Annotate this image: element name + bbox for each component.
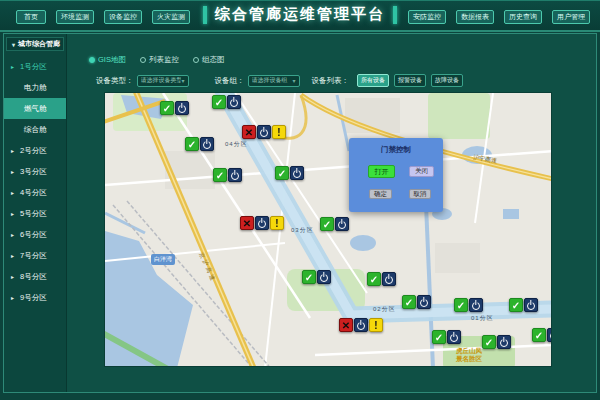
power-icon <box>200 137 214 151</box>
header-left-buttons: 首页环境监测设备监控火灾监测 <box>16 10 190 24</box>
sidebar-item[interactable]: ▸6号分区 <box>4 224 66 245</box>
sidebar-item[interactable]: ▸9号分区 <box>4 287 66 308</box>
sidebar-item[interactable]: ▸8号分区 <box>4 266 66 287</box>
power-icon <box>497 335 511 349</box>
power-icon <box>175 101 189 115</box>
device-type-select[interactable]: 请选择设备类型 ▾ <box>137 75 189 87</box>
power-icon <box>335 217 349 231</box>
view-mode-label: 组态图 <box>202 55 225 65</box>
chevron-right-icon: ▸ <box>11 273 14 280</box>
nav-button[interactable]: 用户管理 <box>552 10 590 24</box>
app-title-wrap: 综合管廊运维管理平台 <box>203 5 397 24</box>
device-marker-alarm[interactable]: ✕! <box>339 318 383 332</box>
fault-x-icon: ✕ <box>242 125 256 139</box>
sidebar-item-label: 电力舱 <box>24 83 47 93</box>
sidebar-item[interactable]: ▸4号分区 <box>4 182 66 203</box>
sidebar-item-label: 5号分区 <box>20 209 47 219</box>
check-icon: ✓ <box>212 95 226 109</box>
nav-button[interactable]: 火灾监测 <box>152 10 190 24</box>
check-icon: ✓ <box>302 270 316 284</box>
sidebar-item[interactable]: 综合舱 <box>4 119 66 140</box>
device-marker-ok[interactable]: ✓ <box>302 270 331 284</box>
confirm-button[interactable]: 确定 <box>369 189 392 199</box>
main-area: GIS地图列表监控组态图 设备类型： 请选择设备类型 ▾ 设备组： 请选择设备组… <box>68 34 596 392</box>
device-type-label: 设备类型： <box>96 76 134 86</box>
device-marker-alarm[interactable]: ✕! <box>242 125 286 139</box>
view-mode-label: GIS地图 <box>98 55 126 65</box>
view-mode-switch: GIS地图列表监控组态图 <box>89 55 224 65</box>
chevron-down-icon: ▾ <box>181 77 184 84</box>
sidebar-root-node[interactable]: ▾ 城市综合管廊 <box>6 37 64 51</box>
view-mode-radio[interactable]: 组态图 <box>193 55 225 65</box>
device-list-label: 设备列表： <box>312 76 350 86</box>
device-marker-ok[interactable]: ✓ <box>482 335 511 349</box>
power-icon <box>417 295 431 309</box>
sidebar-item[interactable]: 电力舱 <box>4 77 66 98</box>
map-zone-label: 01分区 <box>471 314 494 323</box>
sidebar-item-label: 4号分区 <box>20 188 47 198</box>
alarm-icon: ! <box>270 216 284 230</box>
device-marker-ok[interactable]: ✓ <box>532 328 552 342</box>
device-marker-ok[interactable]: ✓ <box>432 330 461 344</box>
alarm-icon: ! <box>272 125 286 139</box>
device-filter-button[interactable]: 故障设备 <box>431 74 463 87</box>
page-title: 综合管廊运维管理平台 <box>215 5 385 24</box>
power-icon <box>227 95 241 109</box>
dialog-title: 门禁控制 <box>349 145 443 155</box>
device-marker-ok[interactable]: ✓ <box>402 295 431 309</box>
gis-map[interactable]: 白洋湾 虎丘山风景名胜区 沪宁高速 京沪高速 ✓✓✕!✓✓✓✕!✓✓✓✓✓✓✕!… <box>104 92 552 367</box>
sidebar-item-label: 6号分区 <box>20 230 47 240</box>
device-group-label: 设备组： <box>215 76 245 86</box>
sidebar-item[interactable]: 燃气舱 <box>4 98 66 119</box>
sidebar-item[interactable]: ▸5号分区 <box>4 203 66 224</box>
nav-button[interactable]: 安防监控 <box>408 10 446 24</box>
header-right-buttons: 安防监控数据报表历史查询用户管理 <box>408 10 590 24</box>
device-marker-ok[interactable]: ✓ <box>185 137 214 151</box>
device-marker-ok[interactable]: ✓ <box>213 168 242 182</box>
chevron-right-icon: ▸ <box>11 210 14 217</box>
view-mode-radio[interactable]: GIS地图 <box>89 55 126 65</box>
cancel-button[interactable]: 取消 <box>409 189 431 199</box>
power-icon <box>255 216 269 230</box>
nav-button[interactable]: 环境监测 <box>56 10 94 24</box>
check-icon: ✓ <box>454 298 468 312</box>
device-marker-ok[interactable]: ✓ <box>367 272 396 286</box>
device-marker-alarm[interactable]: ✕! <box>240 216 284 230</box>
view-mode-label: 列表监控 <box>149 55 179 65</box>
nav-button[interactable]: 数据报表 <box>456 10 494 24</box>
device-filter-button[interactable]: 所有设备 <box>357 74 389 87</box>
map-place-label: 虎丘山风景名胜区 <box>453 347 485 363</box>
radio-icon <box>140 57 146 63</box>
nav-button[interactable]: 首页 <box>16 10 46 24</box>
sidebar-item[interactable]: ▸2号分区 <box>4 140 66 161</box>
device-marker-ok[interactable]: ✓ <box>509 298 538 312</box>
close-button[interactable]: 关闭 <box>409 166 434 177</box>
fault-x-icon: ✕ <box>240 216 254 230</box>
sidebar-item[interactable]: ▸7号分区 <box>4 245 66 266</box>
map-zone-label: 03分区 <box>291 226 314 235</box>
device-group-select[interactable]: 请选择设备组 ▾ <box>248 75 300 87</box>
sidebar-item-label: 2号分区 <box>20 146 47 156</box>
sidebar-item[interactable]: ▸3号分区 <box>4 161 66 182</box>
radio-icon <box>89 57 95 63</box>
nav-button[interactable]: 历史查询 <box>504 10 542 24</box>
device-group-value: 请选择设备组 <box>252 76 288 85</box>
device-marker-ok[interactable]: ✓ <box>160 101 189 115</box>
chevron-right-icon: ▸ <box>11 252 14 259</box>
open-button[interactable]: 打开 <box>368 165 395 178</box>
check-icon: ✓ <box>509 298 523 312</box>
fault-x-icon: ✕ <box>339 318 353 332</box>
map-place-label: 白洋湾 <box>151 254 175 265</box>
device-filter-button[interactable]: 报警设备 <box>394 74 426 87</box>
sidebar-item[interactable]: ▸1号分区 <box>4 56 66 77</box>
check-icon: ✓ <box>160 101 174 115</box>
sidebar: ▾ 城市综合管廊 ▸1号分区电力舱燃气舱综合舱▸2号分区▸3号分区▸4号分区▸5… <box>4 34 67 392</box>
view-mode-radio[interactable]: 列表监控 <box>140 55 179 65</box>
nav-button[interactable]: 设备监控 <box>104 10 142 24</box>
device-marker-ok[interactable]: ✓ <box>275 166 304 180</box>
device-marker-ok[interactable]: ✓ <box>212 95 241 109</box>
check-icon: ✓ <box>532 328 546 342</box>
power-icon <box>290 166 304 180</box>
device-marker-ok[interactable]: ✓ <box>454 298 483 312</box>
device-marker-ok[interactable]: ✓ <box>320 217 349 231</box>
